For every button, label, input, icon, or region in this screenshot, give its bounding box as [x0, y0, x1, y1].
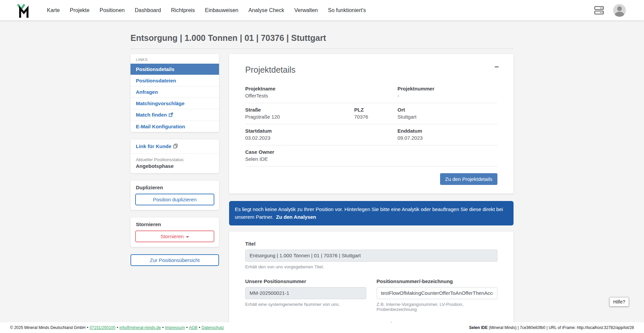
- field-label: Case Owner: [245, 149, 354, 155]
- dropdown-caret-icon: [186, 236, 189, 238]
- duplicate-card: Duplizieren Position duplizieren: [130, 181, 219, 210]
- field-value: 03.02.2023: [245, 135, 354, 141]
- hilfe-button[interactable]: Hilfe?: [609, 297, 629, 307]
- sidebar-item-match-finden[interactable]: Match finden: [130, 109, 219, 121]
- logo-icon: [16, 3, 30, 18]
- positionsnummer-input[interactable]: [377, 287, 498, 299]
- nav-item-verwalten[interactable]: Verwalten: [289, 0, 323, 20]
- field-value: 09.07.2023: [397, 135, 497, 141]
- field-label: Projektnummer: [397, 86, 497, 91]
- nav-item-richtpreis[interactable]: Richtpreis: [166, 0, 200, 20]
- positionsnummer-hint: Z.B. Interne-Vorgangsnummer, LV-Position…: [377, 302, 498, 312]
- titel-input: [245, 250, 497, 262]
- zu-den-analysen-link[interactable]: Zu den Analysen: [276, 214, 316, 220]
- links-card: LINKS Positionsdetails Positionsdateien …: [130, 54, 219, 132]
- top-navbar: Karte Projekte Positionen Dashboard Rich…: [0, 0, 644, 20]
- zur-positionsuebersicht-button[interactable]: Zur Positionsübersicht: [130, 254, 219, 266]
- field-label: Projektname: [245, 86, 354, 91]
- unsere-positionsnummer-hint: Erhält eine systemgenerierte Nummer von …: [245, 302, 366, 307]
- field-value: 70376: [354, 114, 397, 120]
- position-status-value: Angebotsphase: [136, 163, 214, 169]
- server-icon[interactable]: [594, 6, 604, 15]
- projektdetails-title: Projektdetails: [245, 65, 497, 75]
- banner-text: Es liegt noch keine Analytik zu Ihrer Po…: [235, 206, 503, 220]
- footer-right: Selen IDE (Mineral Minds) | 7ce360e83fb0…: [469, 325, 634, 330]
- sidebar-item-matchingvorschlaege[interactable]: Matchingvorschläge: [130, 97, 219, 109]
- sidebar-item-anfragen[interactable]: Anfragen: [130, 86, 219, 97]
- position-status-label: Aktueller Positionsstatus:: [136, 157, 214, 162]
- link-fuer-kunde[interactable]: Link für Kunde: [130, 139, 219, 153]
- footer-agb-link[interactable]: AGB: [189, 325, 197, 330]
- external-link-icon: [169, 112, 173, 118]
- project-row: Startdatum03.02.2023 Enddatum09.07.2023: [245, 124, 497, 145]
- link-fuer-kunde-label: Link für Kunde: [136, 143, 171, 149]
- footer-user: Selen IDE: [469, 325, 488, 330]
- position-duplizieren-button[interactable]: Position duplizieren: [135, 194, 214, 205]
- nav-item-dashboard[interactable]: Dashboard: [130, 0, 166, 20]
- footer-email-link[interactable]: info@mineral-minds.de: [119, 325, 161, 330]
- nav-item-positionen[interactable]: Positionen: [95, 0, 130, 20]
- position-status-block: Aktueller Positionsstatus: Angebotsphase: [130, 153, 219, 173]
- copy-icon: [173, 144, 178, 149]
- main-content: Projektdetails − ProjektnameOfferTests P…: [229, 54, 514, 333]
- field-value: Pragstraße 120: [245, 114, 354, 120]
- field-value: Stuttgart: [397, 114, 497, 120]
- nav-item-karte[interactable]: Karte: [42, 0, 65, 20]
- project-row: Case OwnerSelen IDE: [245, 145, 497, 166]
- field-label: Startdatum: [245, 128, 354, 134]
- status-card: Link für Kunde Aktueller Positionsstatus…: [130, 139, 219, 173]
- unsere-positionsnummer-label: Unsere Positionsnummer: [245, 278, 366, 284]
- stornieren-button[interactable]: Stornieren: [135, 230, 214, 242]
- page-content: Entsorgung | 1.000 Tonnen | 01 | 70376 |…: [130, 33, 514, 333]
- titel-label: Titel: [245, 241, 497, 247]
- footer-datenschutz-link[interactable]: Datenschutz: [202, 325, 224, 330]
- footer-session-info: (Mineral Minds) | 7ce360e83fb0 | URL of …: [488, 325, 634, 330]
- footer: © 2025 Mineral Minds Deutschland GmbH•07…: [0, 322, 644, 333]
- zu-den-projektdetails-button[interactable]: Zu den Projektdetails: [440, 173, 497, 185]
- position-form-card: Titel Erhält den von uns vorgegebenen Ti…: [229, 231, 514, 333]
- projektdetails-card: Projektdetails − ProjektnameOfferTests P…: [229, 54, 514, 194]
- field-label: Straße: [245, 107, 354, 113]
- sidebar-item-label: Match finden: [136, 112, 167, 118]
- project-row: ProjektnameOfferTests Projektnummer-: [245, 82, 497, 103]
- field-value: Selen IDE: [245, 156, 354, 162]
- collapse-icon[interactable]: −: [494, 63, 499, 71]
- sidebar: LINKS Positionsdetails Positionsdateien …: [130, 54, 219, 266]
- footer-left: © 2025 Mineral Minds Deutschland GmbH•07…: [10, 325, 224, 330]
- field-label: PLZ: [354, 107, 397, 113]
- stornieren-button-label: Stornieren: [160, 234, 183, 239]
- positionsnummer-label: Positionsnummer/-bezeichnung: [377, 278, 498, 284]
- field-label: Ort: [397, 107, 497, 113]
- field-value: OfferTests: [245, 93, 354, 98]
- project-row: StraßePragstraße 120 PLZ70376 OrtStuttga…: [245, 103, 497, 124]
- field-label: Enddatum: [397, 128, 497, 134]
- mineral-minds-logo[interactable]: [16, 3, 30, 18]
- nav-menu: Karte Projekte Positionen Dashboard Rich…: [42, 0, 371, 20]
- sidebar-item-positionsdateien[interactable]: Positionsdateien: [130, 75, 219, 86]
- analytics-info-banner: Es liegt noch keine Analytik zu Ihrer Po…: [229, 201, 514, 225]
- footer-impressum-link[interactable]: Impressum: [165, 325, 185, 330]
- field-value: -: [397, 93, 497, 98]
- user-avatar-icon[interactable]: [613, 4, 626, 17]
- footer-phone-link[interactable]: 07151/250100: [90, 325, 115, 330]
- footer-copyright: © 2025 Mineral Minds Deutschland GmbH: [10, 325, 86, 330]
- unsere-positionsnummer-input: [245, 287, 366, 299]
- links-card-header: LINKS: [130, 54, 219, 64]
- sidebar-item-positionsdetails[interactable]: Positionsdetails: [130, 64, 219, 75]
- duplicate-heading: Duplizieren: [136, 185, 214, 190]
- nav-item-einbauweisen[interactable]: Einbauweisen: [200, 0, 244, 20]
- cancel-card: Stornieren Stornieren: [130, 217, 219, 247]
- titel-hint: Erhält den von uns vorgegebenen Titel.: [245, 264, 497, 269]
- nav-item-analyse-check[interactable]: Analyse Check: [244, 0, 289, 20]
- nav-item-projekte[interactable]: Projekte: [65, 0, 95, 20]
- sidebar-item-email-konfiguration[interactable]: E-Mail Konfiguration: [130, 121, 219, 132]
- page-title: Entsorgung | 1.000 Tonnen | 01 | 70376 |…: [130, 33, 514, 49]
- nav-item-so-funktionierts[interactable]: So funktioniert's: [323, 0, 371, 20]
- cancel-heading: Stornieren: [136, 221, 214, 227]
